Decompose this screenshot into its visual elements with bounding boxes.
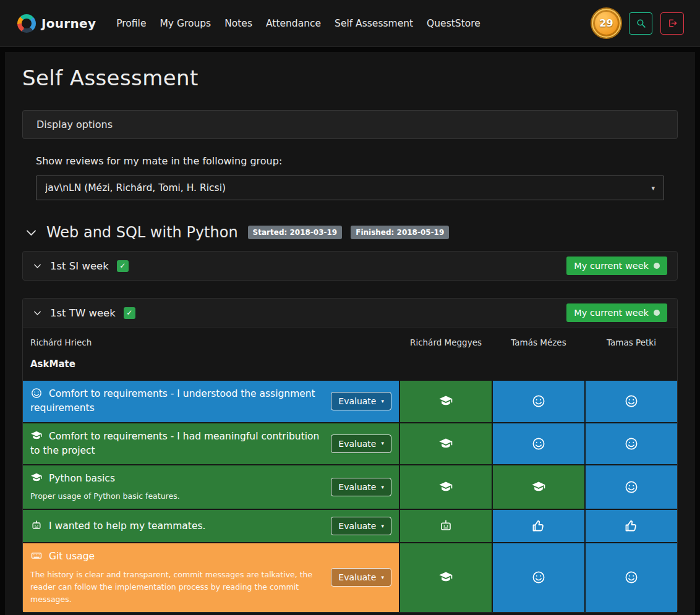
logout-button[interactable] <box>660 12 684 35</box>
keyboard-icon <box>30 549 43 562</box>
nav-item-attendance[interactable]: Attendance <box>259 13 328 34</box>
question-title: Comfort to requirements - I understood t… <box>30 388 315 414</box>
graduation-cap-icon <box>438 480 453 494</box>
nav-item-queststore[interactable]: QuestStore <box>420 13 487 34</box>
nav-item-notes[interactable]: Notes <box>218 13 259 34</box>
display-options-header[interactable]: Display options <box>22 110 678 139</box>
mate-review-cell-1 <box>493 423 584 465</box>
mate-review-cell-1 <box>493 510 584 542</box>
graduation-cap-icon <box>438 394 453 409</box>
mate-review-cell-0 <box>400 543 492 611</box>
week-row-1st-tw-week[interactable]: 1st TW week ✓ My current week <box>23 299 677 328</box>
reviewer-name: Richárd Hriech <box>23 337 399 347</box>
assessment-row: Git usageThe history is clear and transp… <box>23 543 677 611</box>
search-button[interactable] <box>629 12 652 35</box>
graduation-cap-icon <box>438 436 453 451</box>
coin-count: 29 <box>599 17 613 29</box>
caret-down-icon: ▾ <box>381 399 384 404</box>
question-title-line: Comfort to requirements - I understood t… <box>30 387 322 416</box>
question-content: I wanted to help my teammates. <box>30 519 331 533</box>
mate-review-cell-2 <box>586 543 677 611</box>
evaluate-button[interactable]: Evaluate▾ <box>331 568 391 587</box>
logout-icon <box>667 18 678 28</box>
graduation-cap-icon <box>30 472 43 484</box>
nav-item-self-assessment[interactable]: Self Assessment <box>328 13 420 34</box>
graduation-cap-icon <box>30 430 43 442</box>
question-title: Python basics <box>49 473 115 484</box>
assessment-row: Python basicsProper usage of Python basi… <box>23 465 677 509</box>
evaluate-label: Evaluate <box>338 396 376 406</box>
evaluate-label: Evaluate <box>338 521 376 531</box>
question-content: Git usageThe history is clear and transp… <box>30 549 331 605</box>
evaluate-button[interactable]: Evaluate▾ <box>331 478 391 496</box>
current-week-label: My current week <box>574 308 649 318</box>
mate-name: Tamás Mézes <box>493 337 584 347</box>
mate-name: Richárd Meggyes <box>400 337 492 347</box>
check-icon: ✓ <box>126 308 132 317</box>
mate-review-cell-1 <box>493 381 584 422</box>
chevron-down-icon[interactable] <box>25 226 38 239</box>
smiley-icon <box>531 394 546 409</box>
question-cell: Comfort to requirements - I understood t… <box>23 381 399 422</box>
mate-review-cell-2 <box>586 381 677 422</box>
question-title-line: Git usage <box>30 549 322 564</box>
mate-name: Tamas Petki <box>586 337 677 347</box>
question-cell: Python basicsProper usage of Python basi… <box>23 465 399 509</box>
evaluate-label: Evaluate <box>338 482 376 492</box>
evaluate-button[interactable]: Evaluate▾ <box>331 435 391 453</box>
evaluate-label: Evaluate <box>338 439 376 449</box>
question-cell: I wanted to help my teammates.Evaluate▾ <box>23 510 399 542</box>
question-title: I wanted to help my teammates. <box>49 520 205 532</box>
caret-down-icon: ▾ <box>381 524 384 529</box>
started-badge: Started: 2018-03-19 <box>248 226 343 239</box>
week-complete-checkbox[interactable]: ✓ <box>124 307 135 319</box>
chevron-down-icon <box>33 308 42 318</box>
smiley-icon <box>531 436 546 451</box>
smiley-icon <box>30 387 43 399</box>
assessment-row: Comfort to requirements - I understood t… <box>23 381 677 422</box>
chevron-down-icon <box>33 261 42 271</box>
mate-review-cell-2 <box>586 465 677 509</box>
journey-logo-icon <box>17 14 36 33</box>
caret-down-icon: ▾ <box>381 441 384 446</box>
question-title: Git usage <box>49 551 95 562</box>
thumb-up-icon <box>531 519 546 533</box>
assessment-rows: Comfort to requirements - I understood t… <box>23 381 677 612</box>
course-header: Web and SQL with Python Started: 2018-03… <box>22 224 678 241</box>
evaluate-button[interactable]: Evaluate▾ <box>331 517 391 535</box>
group-select-label: Show reviews for my mate in the followin… <box>36 155 664 167</box>
robot-icon <box>438 519 453 533</box>
check-icon: ✓ <box>119 261 126 270</box>
my-current-week-button[interactable]: My current week <box>566 257 667 275</box>
nav-item-my-groups[interactable]: My Groups <box>153 13 218 34</box>
question-content: Python basicsProper usage of Python basi… <box>30 472 331 503</box>
smiley-icon <box>624 394 639 409</box>
nav-item-profile[interactable]: Profile <box>109 13 153 34</box>
mate-review-cell-0 <box>400 423 492 465</box>
evaluate-button[interactable]: Evaluate▾ <box>331 392 391 410</box>
mate-review-cell-0 <box>400 381 492 422</box>
group-select[interactable]: jav\nLN (Mézi, Richárd, Tomi, H. Ricsi) <box>36 176 664 200</box>
question-subtitle: Proper usage of Python basic features. <box>30 490 322 503</box>
question-subtitle: The history is clear and transparent, co… <box>30 569 322 606</box>
section-title: AskMate <box>23 351 677 380</box>
mate-review-cell-1 <box>493 543 584 611</box>
page-title: Self Assessment <box>22 66 678 90</box>
review-table-header: Richárd Hriech Richárd Meggyes Tamás Méz… <box>23 328 677 351</box>
my-current-week-button[interactable]: My current week <box>566 303 667 322</box>
question-title-line: Comfort to requirements - I had meaningf… <box>30 430 322 459</box>
coin-badge: 29 <box>592 9 621 38</box>
robot-icon <box>30 519 43 532</box>
week-row-1st-si-week[interactable]: 1st SI week ✓ My current week <box>22 251 678 281</box>
graduation-cap-icon <box>438 570 453 585</box>
week-complete-checkbox[interactable]: ✓ <box>117 260 129 272</box>
assessment-row: I wanted to help my teammates.Evaluate▾ <box>23 510 677 542</box>
display-options-body: Show reviews for my mate in the followin… <box>22 139 678 200</box>
finished-badge: Finished: 2018-05-19 <box>351 226 449 239</box>
brand[interactable]: Journey <box>17 14 96 33</box>
week-block-1st-tw-week: 1st TW week ✓ My current week Richárd Hr… <box>22 298 678 613</box>
brand-name: Journey <box>41 16 96 31</box>
graduation-cap-icon <box>531 480 546 494</box>
display-options-panel: Display options Show reviews for my mate… <box>22 110 678 200</box>
mate-review-cell-2 <box>586 423 677 465</box>
